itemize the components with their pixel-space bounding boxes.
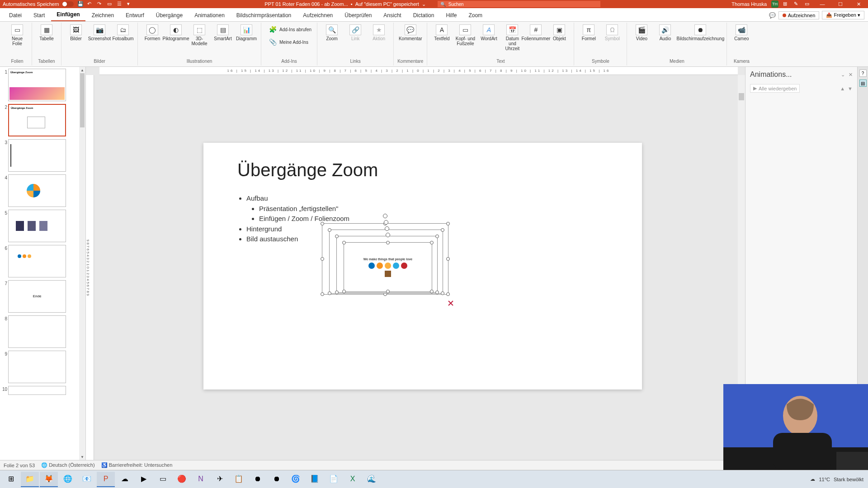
slide-thumbnail-8[interactable] [8,315,66,348]
resize-handle[interactable] [335,235,339,238]
resize-handle[interactable] [321,222,324,225]
resize-handle[interactable] [328,228,331,232]
move-up-icon[interactable]: ▲ [840,86,845,91]
resize-handle[interactable] [386,241,390,244]
app-icon[interactable]: 📋 [230,472,248,487]
slide-thumbnail-1[interactable]: Übergänge Zoom [8,69,66,101]
video-button[interactable]: 🎬Video [631,23,652,42]
slide-thumbnail-4[interactable] [8,174,66,207]
resize-handle[interactable] [446,292,450,296]
start-button[interactable]: ⊞ [2,472,20,487]
date-time-button[interactable]: 📅Datum und Uhrzeit [501,23,523,52]
tab-start[interactable]: Start [28,9,50,21]
resize-handle[interactable] [321,292,324,296]
onenote-icon[interactable]: N [192,472,210,487]
app-icon[interactable]: ⏺ [268,472,286,487]
zoom-slide-object[interactable]: We make things that people love [344,242,432,292]
resize-handle[interactable] [430,241,434,244]
save-icon[interactable]: 💾 [77,1,84,7]
undo-icon[interactable]: ↶ [87,1,94,7]
resize-handle[interactable] [342,241,346,244]
resize-handle[interactable] [435,235,439,238]
app-icon[interactable]: ▭ [154,472,172,487]
slide-canvas[interactable]: 16 | 15 | 14 | 13 | 12 | 11 | 10 | 9 | 8… [86,67,745,460]
scrollbar-handle[interactable] [80,73,85,127]
share-button[interactable]: 📤 Freigeben ▾ [822,11,864,19]
tab-hilfe[interactable]: Hilfe [440,9,462,21]
chart-button[interactable]: 📊Diagramm [236,23,257,42]
thumbnails-scrollbar[interactable]: ▲ ▼ [79,67,85,460]
tab-ansicht[interactable]: Ansicht [378,9,406,21]
animations-side-icon[interactable]: ▤ [859,80,867,87]
play-all-button[interactable]: ▶Alle wiedergeben [750,84,800,93]
shapes-button[interactable]: ◯Formen [142,23,163,42]
cameo-button[interactable]: 📹Cameo [731,23,752,42]
close-button[interactable]: ✕ [852,0,865,8]
minimize-button[interactable]: — [816,0,829,8]
edge-icon[interactable]: 🌊 [363,472,381,487]
rotation-handle[interactable] [383,214,387,218]
scrollbar-handle[interactable] [739,93,744,100]
app-icon[interactable]: 📄 [325,472,343,487]
help-icon[interactable]: ? [859,70,867,77]
language-indicator[interactable]: 🌐 Deutsch (Österreich) [41,462,95,468]
scroll-down-icon[interactable]: ▼ [79,454,85,460]
resize-handle[interactable] [446,257,450,261]
screen-recording-button[interactable]: ⏺Bildschirmaufzeichnung [678,23,723,42]
record-button[interactable]: Aufzeichnen [778,11,820,19]
coming-soon-icon[interactable]: ⊞ [783,1,789,7]
slide-number-button[interactable]: #Foliennummer [525,23,547,42]
3d-models-button[interactable]: ⬚3D-Modelle [189,23,210,47]
tab-aufzeichnen[interactable]: Aufzeichnen [297,9,338,21]
firefox-icon[interactable]: 🦊 [40,472,58,487]
scroll-up-icon[interactable]: ▲ [79,67,85,73]
tab-dictation[interactable]: Dictation [408,9,440,21]
textbox-button[interactable]: ATextfeld [431,23,453,42]
tab-entwurf[interactable]: Entwurf [120,9,150,21]
chrome-icon[interactable]: 🌐 [59,472,77,487]
slide-thumbnail-7[interactable]: Ende [8,280,66,313]
tab-einfuegen[interactable]: Einfügen [51,9,85,21]
system-tray[interactable]: ☁ 11°C Stark bewölkt [810,476,866,482]
tab-datei[interactable]: Datei [4,9,27,21]
my-addins-button[interactable]: 📎Meine Add-Ins [265,36,310,48]
telegram-icon[interactable]: ✈ [211,472,229,487]
resize-handle[interactable] [441,291,444,295]
user-avatar[interactable]: TH [771,0,778,8]
accessibility-check[interactable]: ♿ Barrierefreiheit: Untersuchen [101,462,173,468]
header-footer-button[interactable]: ▭Kopf- und Fußzeile [454,23,476,47]
resize-handle[interactable] [430,290,434,293]
obs-icon[interactable]: ⏺ [249,472,267,487]
resize-handle[interactable] [386,290,390,293]
table-button[interactable]: ▦Tabelle [36,23,57,42]
tab-animationen[interactable]: Animationen [189,9,230,21]
rotation-handle[interactable] [385,226,389,231]
slide-thumbnail-9[interactable] [8,351,66,383]
app-icon[interactable]: 📘 [306,472,324,487]
resize-handle[interactable] [321,257,324,261]
slide-title[interactable]: Übergänge Zoom [237,160,378,180]
object-button[interactable]: ▣Objekt [548,23,570,42]
app-icon[interactable]: ☁ [116,472,134,487]
rotation-handle[interactable] [384,220,388,225]
new-slide-button[interactable]: ▭Neue Folie [6,23,28,47]
tab-bildschirmpraesentation[interactable]: Bildschirmpräsentation [231,9,297,21]
slide-thumbnail-6[interactable] [8,245,66,277]
search-box[interactable]: 🔍 Suchen [438,1,600,7]
maximize-button[interactable]: ☐ [834,0,847,8]
comments-icon[interactable]: 💬 [769,12,776,19]
tab-zeichnen[interactable]: Zeichnen [86,9,119,21]
chevron-down-icon[interactable]: ⌄ [422,1,426,7]
icons-button[interactable]: ◐Piktogramme [165,23,187,42]
slide-thumbnail-3[interactable] [8,139,66,172]
file-explorer-icon[interactable]: 📁 [21,472,39,487]
equation-button[interactable]: πFormel [578,23,599,42]
app-icon[interactable]: 🔴 [173,472,191,487]
autosave-toggle[interactable]: Automatisches Speichern [3,1,74,7]
tab-ueberpruefen[interactable]: Überprüfen [339,9,377,21]
resize-handle[interactable] [441,228,444,232]
slide-thumbnail-10[interactable] [8,386,66,395]
chevron-down-icon[interactable]: ⌄ [841,72,845,78]
smartart-button[interactable]: ▤SmartArt [212,23,234,42]
window-icon[interactable]: ▭ [805,1,811,7]
